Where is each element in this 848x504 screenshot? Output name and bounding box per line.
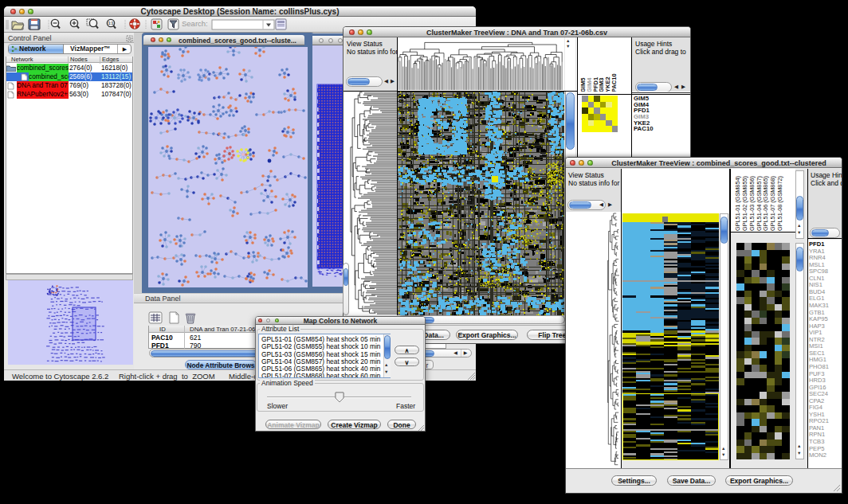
svg-text:1:1: 1:1	[108, 21, 114, 25]
svg-text:Search:: Search:	[182, 19, 208, 28]
